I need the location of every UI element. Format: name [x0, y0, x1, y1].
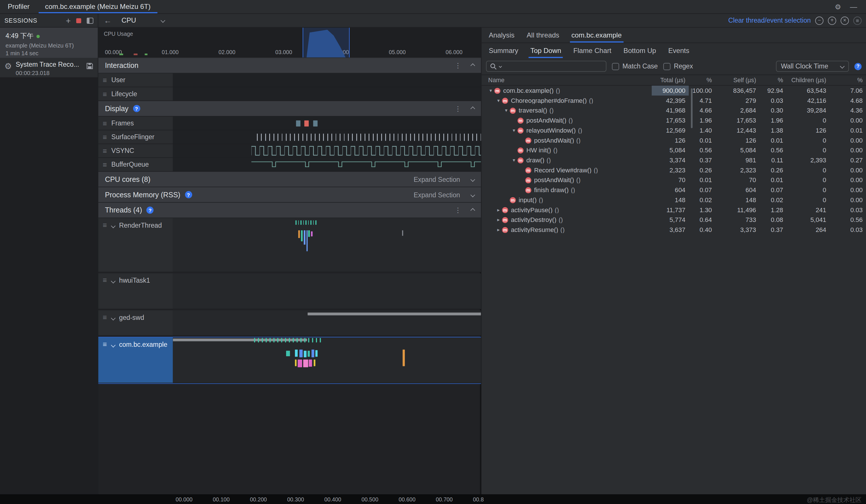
- tree-chevron-icon[interactable]: ▸: [495, 227, 502, 233]
- zoom-to-selection-icon[interactable]: [853, 16, 862, 25]
- tab-bottom-up[interactable]: Bottom Up: [618, 43, 662, 58]
- thread-row-ged-swd[interactable]: ≡ged-swd: [98, 311, 481, 336]
- profiler-type-dropdown[interactable]: CPU: [120, 16, 167, 24]
- drag-handle-icon[interactable]: ≡: [103, 314, 107, 321]
- add-session-icon[interactable]: +: [66, 16, 71, 25]
- tab-com-bc-example[interactable]: com.bc.example: [565, 27, 628, 42]
- table-row[interactable]: m finish draw() () 604 0.07 604 0.07 0 0…: [482, 185, 866, 195]
- tab-summary[interactable]: Summary: [483, 43, 525, 58]
- clear-selection-link[interactable]: Clear thread/event selection: [728, 16, 811, 24]
- reset-zoom-icon[interactable]: ×: [841, 16, 849, 25]
- tree-chevron-icon[interactable]: ▾: [487, 88, 494, 93]
- track-bufferqueue[interactable]: ≡BufferQueue: [98, 158, 481, 172]
- session-entry-current[interactable]: 4:49 下午 example (Meizu Meizu 6T) 1 min 1…: [0, 27, 98, 58]
- column-header-total[interactable]: Total (µs): [652, 77, 689, 83]
- drag-handle-icon[interactable]: ≡: [103, 147, 107, 154]
- search-history-chevron-icon[interactable]: [499, 65, 502, 68]
- help-icon[interactable]: ?: [133, 105, 140, 112]
- thread-expand-icon[interactable]: [111, 316, 115, 321]
- expand-section-icon[interactable]: [470, 177, 475, 181]
- back-arrow-icon[interactable]: ←: [104, 16, 112, 24]
- tab-all-threads[interactable]: All threads: [521, 27, 565, 42]
- section-header-process-memory[interactable]: Process Memory (RSS) ? Expand Section: [98, 187, 481, 203]
- tab-analysis[interactable]: Analysis: [483, 27, 521, 42]
- minimize-icon[interactable]: —: [850, 3, 857, 10]
- collapse-section-icon[interactable]: [470, 106, 475, 111]
- drag-handle-icon[interactable]: ≡: [103, 341, 107, 348]
- drag-handle-icon[interactable]: ≡: [103, 277, 107, 284]
- section-header-interaction[interactable]: Interaction ⋮: [98, 58, 481, 73]
- drag-handle-icon[interactable]: ≡: [103, 120, 107, 127]
- more-options-icon[interactable]: ⋮: [454, 105, 461, 112]
- collapse-section-icon[interactable]: [470, 208, 475, 212]
- table-row[interactable]: m postAndWait() () 70 0.01 70 0.01 0 0.0…: [482, 175, 866, 185]
- help-icon[interactable]: ?: [146, 206, 154, 214]
- table-row[interactable]: ▾ m draw() () 3,374 0.37 981 0.11 2,393 …: [482, 155, 866, 165]
- tree-chevron-icon[interactable]: ▾: [502, 108, 510, 113]
- track-frames[interactable]: ≡Frames: [98, 116, 481, 130]
- collapse-section-icon[interactable]: [470, 63, 475, 68]
- zoom-out-icon[interactable]: −: [815, 16, 824, 25]
- table-row[interactable]: m input() () 148 0.02 148 0.02 0 0.00: [482, 195, 866, 205]
- search-input[interactable]: [486, 61, 606, 72]
- help-icon[interactable]: ?: [185, 191, 192, 198]
- zoom-in-icon[interactable]: +: [828, 16, 836, 25]
- thread-expand-icon[interactable]: [111, 343, 115, 347]
- section-header-display[interactable]: Display ? ⋮: [98, 101, 481, 116]
- expand-section-label[interactable]: Expand Section: [413, 191, 460, 199]
- thread-row-renderthread[interactable]: ≡RenderThread: [98, 218, 481, 272]
- expand-section-icon[interactable]: [470, 192, 475, 197]
- stop-recording-icon[interactable]: [76, 18, 81, 23]
- thread-row-com-bc-example[interactable]: ≡com.bc.example: [98, 337, 481, 384]
- column-header-total-pct[interactable]: %: [689, 77, 715, 83]
- scrollbar-thumb[interactable]: [691, 89, 693, 128]
- drag-handle-icon[interactable]: ≡: [103, 90, 107, 97]
- column-header-children-pct[interactable]: %: [830, 77, 866, 83]
- column-header-children[interactable]: Children (µs): [786, 77, 829, 83]
- timeline-selection[interactable]: [303, 27, 350, 58]
- session-entry-trace[interactable]: ⚙ System Trace Reco... 00:00:23.018: [0, 58, 98, 77]
- table-row[interactable]: ▾ m relayoutWindow() () 12,569 1.40 12,4…: [482, 125, 866, 135]
- tree-chevron-icon[interactable]: ▾: [495, 98, 502, 103]
- tree-chevron-icon[interactable]: ▸: [495, 217, 502, 223]
- table-row[interactable]: m postAndWait() () 126 0.01 126 0.01 0 0…: [482, 135, 866, 145]
- save-icon[interactable]: [86, 63, 93, 70]
- table-row[interactable]: m HW init() () 5,084 0.56 5,084 0.56 0 0…: [482, 145, 866, 155]
- track-lifecycle[interactable]: ≡Lifecycle: [98, 87, 481, 101]
- table-header[interactable]: Name Total (µs) % Self (µs) % Children (…: [482, 75, 866, 86]
- thread-row-hwuitask1[interactable]: ≡hwuiTask1: [98, 273, 481, 309]
- drag-handle-icon[interactable]: ≡: [103, 133, 107, 141]
- session-tab[interactable]: com.bc.example (Meizu Meizu 6T): [37, 0, 158, 13]
- table-row[interactable]: ▸ m activityResume() () 3,637 0.40 3,373…: [482, 225, 866, 235]
- table-row[interactable]: m Record View#draw() () 2,323 0.26 2,323…: [482, 165, 866, 175]
- table-row[interactable]: ▸ m activityPause() () 11,737 1.30 11,49…: [482, 205, 866, 215]
- track-surfaceflinger[interactable]: ≡SurfaceFlinger: [98, 130, 481, 144]
- regex-checkbox[interactable]: Regex: [663, 63, 693, 70]
- help-icon[interactable]: ?: [854, 63, 862, 70]
- table-row[interactable]: m postAndWait() () 17,653 1.96 17,653 1.…: [482, 115, 866, 125]
- tree-chevron-icon[interactable]: ▾: [510, 157, 518, 163]
- table-row[interactable]: ▾ m traversal() () 41,968 4.66 2,684 0.3…: [482, 105, 866, 115]
- table-row[interactable]: ▾ m com.bc.example() () 900,000 100.00 8…: [482, 86, 866, 96]
- column-header-self[interactable]: Self (µs): [715, 77, 759, 83]
- drag-handle-icon[interactable]: ≡: [103, 221, 107, 228]
- app-menu-profiler[interactable]: Profiler: [0, 3, 37, 11]
- tab-top-down[interactable]: Top Down: [524, 43, 567, 58]
- tree-chevron-icon[interactable]: ▾: [510, 127, 518, 133]
- column-header-self-pct[interactable]: %: [759, 77, 787, 83]
- collapse-sessions-icon[interactable]: [87, 18, 93, 23]
- cpu-usage-minimap[interactable]: CPU Usage 00.00001.00002.00003.00004.000…: [98, 27, 481, 58]
- track-vsync[interactable]: ≡VSYNC: [98, 144, 481, 158]
- thread-expand-icon[interactable]: [111, 224, 115, 228]
- more-options-icon[interactable]: ⋮: [454, 207, 461, 213]
- table-row[interactable]: ▾ m Choreographer#doFrame() () 42,395 4.…: [482, 96, 866, 106]
- table-row[interactable]: ▸ m activityDestroy() () 5,774 0.64 733 …: [482, 215, 866, 225]
- match-case-checkbox[interactable]: Match Case: [612, 63, 658, 70]
- thread-expand-icon[interactable]: [111, 279, 115, 283]
- section-header-cpu-cores[interactable]: CPU cores (8) Expand Section: [98, 172, 481, 187]
- column-header-name[interactable]: Name: [482, 77, 652, 83]
- drag-handle-icon[interactable]: ≡: [103, 161, 107, 168]
- settings-gear-icon[interactable]: ⚙: [835, 3, 841, 10]
- track-user[interactable]: ≡User: [98, 74, 481, 87]
- section-header-threads[interactable]: Threads (4) ? ⋮: [98, 203, 481, 218]
